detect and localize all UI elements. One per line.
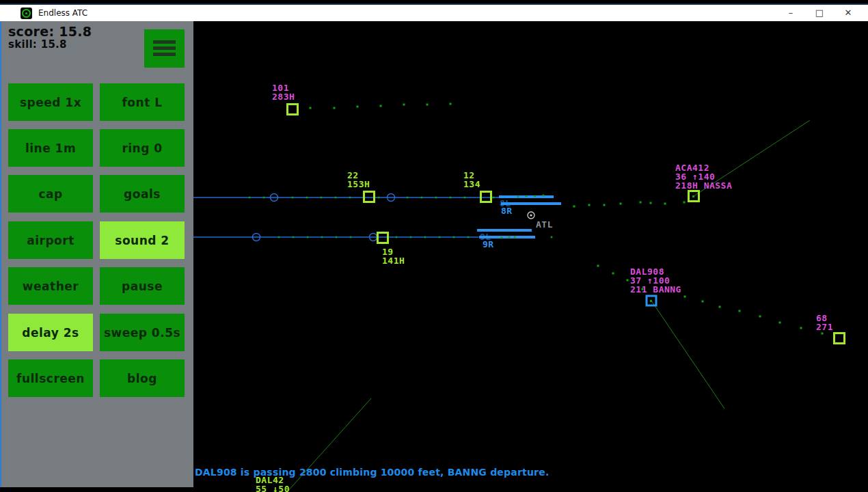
aircraft-target-12[interactable] xyxy=(481,192,491,202)
radar-svg: 8L9L8R9RATL101283H22153H1213419141HACA41… xyxy=(193,21,868,492)
close-button[interactable]: ✕ xyxy=(834,5,863,21)
centerline-dot xyxy=(439,236,441,238)
trail-dot xyxy=(640,202,642,204)
aircraft-label-101[interactable]: 283H xyxy=(272,92,295,102)
sidebar-button-delay[interactable]: delay 2s xyxy=(8,314,93,351)
window-controls: –□✕ xyxy=(776,5,863,21)
minimize-button[interactable]: – xyxy=(776,5,805,21)
runway-bar-8R xyxy=(501,202,561,205)
centerline-dot xyxy=(467,236,470,238)
ground-dot xyxy=(508,236,511,238)
titlebar[interactable]: Endless ATC –□✕ xyxy=(0,5,868,21)
app-window: Endless ATC –□✕ score: 15.8 skill: 15.8 … xyxy=(0,0,868,492)
centerline-dot xyxy=(378,197,380,199)
centerline-dot xyxy=(321,236,323,238)
aircraft-label-DAL42[interactable]: 55 ↓50 xyxy=(256,484,290,492)
aircraft-label-22[interactable]: 153H xyxy=(347,179,370,189)
trail-dot xyxy=(310,107,312,109)
ground-dot xyxy=(514,236,516,238)
centerline-dot xyxy=(278,236,280,238)
aircraft-target-dot xyxy=(692,195,694,197)
trail-dot xyxy=(719,306,721,308)
route-line-DAL908 xyxy=(651,301,724,409)
airport-marker-dot xyxy=(530,214,532,216)
aircraft-target-68[interactable] xyxy=(835,333,845,344)
centerline-dot xyxy=(396,236,398,238)
ground-dot xyxy=(501,237,503,239)
centerline-dot xyxy=(410,236,412,238)
runway-bar-9R xyxy=(479,236,535,238)
menu-button[interactable] xyxy=(144,29,185,68)
aircraft-target-101[interactable] xyxy=(288,105,298,115)
trail-dot xyxy=(357,106,359,108)
sidebar-button-fullscreen[interactable]: fullscreen xyxy=(8,359,93,397)
sidebar-button-cap[interactable]: cap xyxy=(8,175,93,213)
centerline-dot xyxy=(293,236,295,238)
centerline-dot xyxy=(435,197,437,199)
trail-dot xyxy=(664,203,666,205)
status-message: DAL908 is passing 2800 climbing 10000 fe… xyxy=(195,467,549,478)
sidebar-button-pause[interactable]: pause xyxy=(100,267,185,305)
trail-dot xyxy=(603,204,606,206)
trail-dot xyxy=(739,310,741,312)
centerline-dot xyxy=(424,236,426,238)
sidebar-button-line[interactable]: line 1m xyxy=(8,129,93,167)
centerline-dot xyxy=(349,197,351,199)
centerline-dot xyxy=(350,236,352,238)
sidebar-button-goals[interactable]: goals xyxy=(100,175,185,213)
hamburger-icon xyxy=(153,40,176,59)
score-label: score: 15.8 xyxy=(8,24,92,39)
trail-dot xyxy=(450,103,452,105)
radar-scope[interactable]: 8L9L8R9RATL101283H22153H1213419141HACA41… xyxy=(193,21,868,492)
sidebar-button-blog[interactable]: blog xyxy=(100,359,185,397)
runway-bar-9L xyxy=(477,229,532,232)
trail-dot xyxy=(588,204,591,206)
centerline-dot xyxy=(336,236,338,238)
sidebar-button-sound[interactable]: sound 2 xyxy=(100,221,185,259)
aircraft-target-19[interactable] xyxy=(378,233,388,243)
trail-dot xyxy=(683,202,686,204)
aircraft-label-68[interactable]: 271 xyxy=(816,322,833,332)
centerline-dot xyxy=(421,197,423,199)
maximize-button[interactable]: □ xyxy=(805,5,834,21)
trail-dot xyxy=(627,279,629,282)
trail-dot xyxy=(650,202,652,204)
trail-dot xyxy=(620,203,622,205)
sidebar-button-weather[interactable]: weather xyxy=(8,267,93,305)
trail-dot xyxy=(403,104,405,106)
aircraft-target-22[interactable] xyxy=(364,192,375,202)
trail-dot xyxy=(597,265,599,267)
centerline-dot xyxy=(407,197,409,199)
radar-app-icon xyxy=(21,8,32,19)
centerline-dot xyxy=(493,197,495,199)
aircraft-label-ACA412[interactable]: 218H NASSA xyxy=(675,180,732,191)
aircraft-label-12[interactable]: 134 xyxy=(463,179,480,189)
trail-dot xyxy=(684,296,686,298)
trail-dot xyxy=(779,322,781,324)
centerline-dot xyxy=(306,197,308,199)
aircraft-label-19[interactable]: 141H xyxy=(382,256,405,266)
trail-dot xyxy=(612,273,614,275)
ground-dot xyxy=(551,236,553,238)
centerline-dot xyxy=(335,197,337,199)
window-content: score: 15.8 skill: 15.8 speed 1xfont Lli… xyxy=(0,21,868,492)
sidebar-button-font[interactable]: font L xyxy=(100,83,185,121)
centerline-dot xyxy=(464,197,466,199)
centerline-dot xyxy=(450,197,452,199)
aircraft-label-DAL908[interactable]: 211 BANNG xyxy=(630,284,681,295)
trail-dot xyxy=(334,107,336,109)
centerline-dot xyxy=(321,197,323,199)
sidebar-button-sweep[interactable]: sweep 0.5s xyxy=(100,314,185,351)
centerline-dot xyxy=(263,197,265,199)
skill-label: skill: 15.8 xyxy=(8,38,67,51)
trail-dot xyxy=(426,104,429,106)
sidebar-button-airport[interactable]: airport xyxy=(8,221,93,259)
trail-dot xyxy=(800,327,802,329)
sidebar: score: 15.8 skill: 15.8 speed 1xfont Lli… xyxy=(0,21,193,487)
sidebar-button-ring[interactable]: ring 0 xyxy=(100,129,185,167)
ground-dot xyxy=(543,195,545,197)
sidebar-button-speed[interactable]: speed 1x xyxy=(8,83,93,121)
window-title: Endless ATC xyxy=(38,8,87,18)
sidebar-wrap: score: 15.8 skill: 15.8 speed 1xfont Lli… xyxy=(0,21,193,492)
centerline-dot xyxy=(249,197,251,199)
